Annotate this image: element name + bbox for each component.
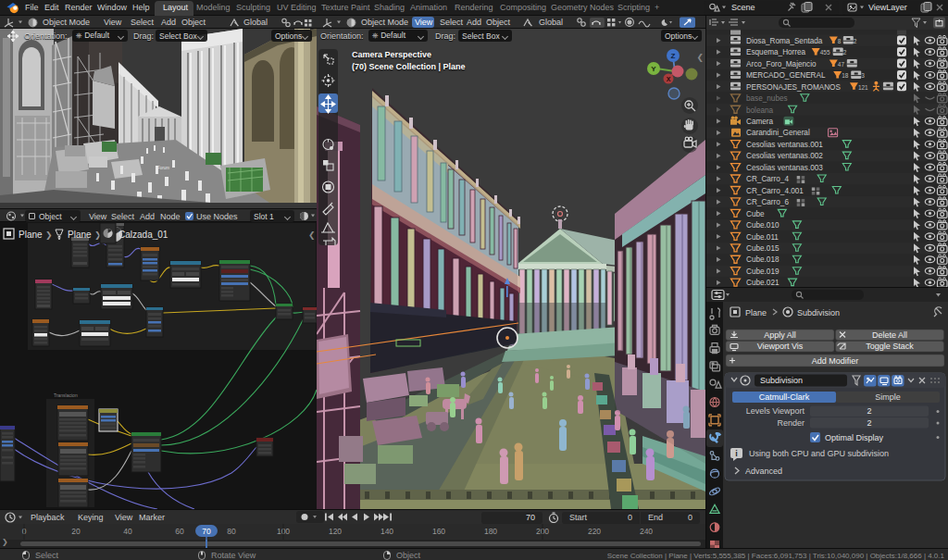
svg-text:PERSONAJES_ROMANOS: PERSONAJES_ROMANOS (746, 83, 841, 92)
svg-text:Cesolias ventanas.003: Cesolias ventanas.003 (746, 164, 823, 172)
svg-text:2: 2 (854, 38, 857, 44)
svg-text:❮: ❮ (308, 230, 316, 241)
svg-text:120: 120 (329, 527, 342, 536)
svg-text:121: 121 (858, 84, 868, 91)
svg-text:140: 140 (380, 527, 393, 536)
svg-text:Levels Viewport: Levels Viewport (746, 406, 805, 416)
svg-text:Translacion: Translacion (54, 392, 78, 398)
svg-text:Cube: Cube (746, 210, 765, 218)
svg-text:Optimal Display: Optimal Display (825, 433, 884, 442)
svg-text:Esquema_Horrea: Esquema_Horrea (746, 48, 806, 56)
svg-text:Diosa_Roma_Sentada: Diosa_Roma_Sentada (746, 37, 823, 45)
svg-text:Calzada_01: Calzada_01 (118, 230, 168, 240)
svg-text:Render: Render (777, 418, 805, 428)
svg-text:2: 2 (867, 406, 871, 416)
svg-text:Subdivision: Subdivision (797, 308, 840, 317)
svg-text:boleana: boleana (746, 106, 774, 115)
svg-text:Subdivision: Subdivision (760, 376, 803, 385)
svg-text:180: 180 (484, 527, 497, 536)
svg-text:Using both CPU and GPU subdivi: Using both CPU and GPU subdivision (749, 449, 889, 458)
svg-text:2: 2 (843, 49, 847, 56)
svg-text:Camera: Camera (746, 118, 774, 126)
svg-text:CR_Carro_4.001: CR_Carro_4.001 (746, 187, 804, 195)
svg-text:Cesolias ventanas.001: Cesolias ventanas.001 (746, 141, 823, 149)
svg-text:Carandini_General: Carandini_General (746, 129, 810, 137)
svg-text:Viewport Vis: Viewport Vis (757, 342, 804, 351)
svg-text:70: 70 (202, 527, 211, 536)
svg-text:Arco_Foro_Majencio: Arco_Foro_Majencio (746, 60, 817, 68)
svg-text:8: 8 (838, 38, 842, 44)
svg-text:Add Modifier: Add Modifier (812, 356, 859, 366)
svg-text:Cube.021: Cube.021 (746, 279, 780, 287)
svg-text:40: 40 (123, 527, 132, 536)
svg-text:CR_Carro_4: CR_Carro_4 (746, 175, 789, 183)
svg-text:Z: Z (671, 52, 676, 60)
svg-text:Cube.010: Cube.010 (746, 221, 780, 230)
svg-text:MERCADO_GENERAL: MERCADO_GENERAL (746, 71, 826, 80)
svg-text:Cesolias ventanas.002: Cesolias ventanas.002 (746, 152, 823, 160)
svg-text:2: 2 (867, 418, 871, 428)
svg-text:Forum: Forum (157, 166, 169, 170)
svg-text:Cube.019: Cube.019 (746, 268, 780, 276)
svg-text:Catmull-Clark: Catmull-Clark (759, 392, 810, 402)
svg-text:Apply All: Apply All (764, 330, 796, 340)
svg-text:240: 240 (640, 527, 653, 536)
svg-text:Advanced: Advanced (745, 467, 782, 476)
svg-text:Toggle Stack: Toggle Stack (866, 342, 914, 351)
svg-text:CR_Carro_6: CR_Carro_6 (746, 198, 789, 206)
svg-text:Delete All: Delete All (872, 330, 907, 340)
svg-text:Plane: Plane (68, 230, 92, 240)
svg-text:18: 18 (842, 72, 849, 79)
svg-text:455: 455 (820, 49, 830, 56)
svg-text:Plane: Plane (745, 308, 767, 317)
svg-text:80: 80 (227, 527, 236, 536)
svg-text:160: 160 (432, 527, 445, 536)
svg-text:Cube.011: Cube.011 (746, 233, 779, 242)
svg-text:X: X (667, 76, 671, 82)
svg-text:Simple: Simple (875, 392, 901, 402)
svg-text:20: 20 (71, 527, 81, 536)
svg-text:47: 47 (838, 61, 845, 68)
svg-text:Cube.015: Cube.015 (746, 244, 780, 253)
svg-text:Plane: Plane (19, 230, 43, 240)
svg-text:❯: ❯ (45, 230, 53, 241)
svg-text:Cube.018: Cube.018 (746, 255, 780, 264)
svg-text:i: i (735, 449, 738, 458)
svg-text:Y: Y (651, 65, 656, 73)
svg-text:60: 60 (175, 527, 184, 536)
svg-text:base_nubes: base_nubes (746, 94, 788, 103)
svg-text:3: 3 (861, 72, 865, 79)
svg-text:220: 220 (588, 527, 601, 536)
